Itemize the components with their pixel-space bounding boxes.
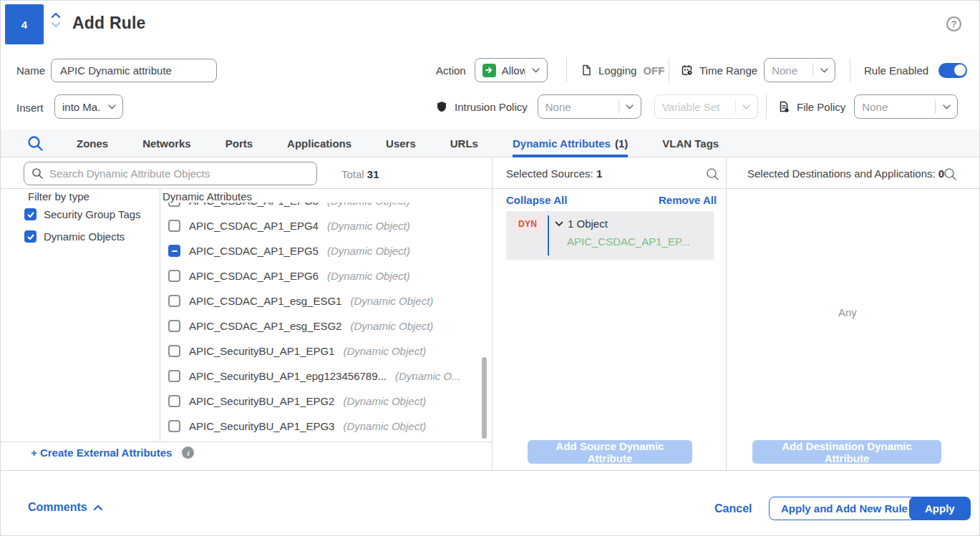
add-source-dynamic-attribute-button[interactable]: Add Source Dynamic Attribute (528, 440, 692, 464)
intrusion-policy-value: None (538, 101, 618, 113)
chevron-down-icon[interactable] (51, 21, 61, 28)
action-value: Allow (502, 64, 525, 77)
list-scrollbar[interactable] (482, 203, 487, 439)
logging-state: OFF (643, 64, 664, 77)
object-group-label: 1 Object (568, 218, 608, 230)
insert-value: into Ma... (55, 101, 101, 113)
checkbox-icon[interactable] (168, 295, 180, 307)
divider (766, 94, 767, 119)
rule-enabled-label: Rule Enabled (864, 64, 928, 77)
checkbox-icon[interactable] (168, 270, 180, 282)
selection-bar (548, 215, 549, 255)
selected-object-name[interactable]: APIC_CSDAC_AP1_EP... (567, 235, 689, 248)
action-dropdown[interactable]: Allow (475, 58, 548, 82)
insert-dropdown[interactable]: into Ma... (54, 94, 123, 119)
attributes-column-title: Dynamic Attributes (162, 190, 252, 203)
tab-applications[interactable]: Applications (287, 130, 351, 157)
help-icon[interactable]: ? (946, 16, 961, 31)
scrollbar-thumb[interactable] (482, 357, 487, 439)
create-external-attributes-link[interactable]: + Create External Attributes (31, 447, 172, 459)
tab-vlan-tags[interactable]: VLAN Tags (662, 130, 719, 157)
rule-enabled-cluster: Rule Enabled (864, 58, 967, 82)
comments-toggle[interactable]: Comments (28, 501, 103, 514)
search-input[interactable] (49, 167, 309, 180)
list-item[interactable]: APIC_CSDAC_AP1_esg_ESG1 (Dynamic Object) (162, 288, 482, 313)
chevron-down-icon[interactable] (555, 221, 563, 227)
intrusion-policy-dropdown[interactable]: None (538, 94, 641, 119)
tab-ports[interactable]: Ports (225, 130, 253, 157)
variable-set-dropdown: Variable Set (654, 94, 758, 119)
file-policy-dropdown[interactable]: None (854, 94, 958, 119)
action-cluster: Action Allow (436, 58, 548, 82)
divider (566, 58, 567, 82)
time-range-icon (681, 64, 693, 76)
chevron-down-icon (813, 68, 835, 73)
list-item[interactable]: APIC_SecurityBU_AP1_epg123456789... (Dyn… (162, 364, 482, 389)
filter-title: Filter by type (28, 190, 89, 203)
chevron-up-icon[interactable] (51, 12, 61, 19)
filter-security-group-tags[interactable]: Security Group Tags (24, 208, 141, 220)
object-group-row[interactable]: 1 Object (555, 218, 608, 230)
logging-cluster[interactable]: Logging OFF (581, 58, 664, 82)
list-item[interactable]: APIC_CSDAC_AP1_EPG6 (Dynamic Object) (162, 263, 482, 288)
checkbox-icon[interactable] (168, 203, 180, 207)
filter-option-label: Dynamic Objects (44, 230, 125, 243)
checkbox-icon[interactable] (168, 345, 180, 357)
list-item[interactable]: APIC_CSDAC_AP1_EPG3 (Dynamic Object) (162, 203, 482, 213)
action-label: Action (436, 64, 466, 77)
chevron-down-icon (736, 104, 757, 109)
list-item[interactable]: APIC_SecurityBU_AP1_EPG3 (Dynamic Object… (162, 414, 482, 439)
checkbox-icon[interactable] (168, 395, 180, 407)
search-icon[interactable] (706, 167, 719, 181)
variable-set-placeholder: Variable Set (655, 101, 735, 113)
checkbox-checked-icon[interactable] (24, 230, 37, 243)
checkbox-icon[interactable] (168, 370, 180, 382)
panel-divider (492, 157, 493, 470)
tab-zones[interactable]: Zones (77, 130, 108, 157)
list-item[interactable]: APIC_CSDAC_AP1_EPG4 (Dynamic Object) (162, 213, 482, 238)
rule-enabled-toggle[interactable] (938, 63, 967, 78)
panel-divider (726, 157, 727, 470)
list-item[interactable]: APIC_SecurityBU_AP1_EPG2 (Dynamic Object… (162, 389, 482, 414)
search-icon[interactable] (943, 167, 957, 181)
filter-dynamic-objects[interactable]: Dynamic Objects (24, 230, 125, 243)
divider (669, 58, 669, 82)
chevron-down-icon (101, 104, 122, 109)
checkbox-icon[interactable] (168, 320, 180, 332)
apply-and-add-new-rule-button[interactable]: Apply and Add New Rule (769, 497, 920, 520)
collapse-all-link[interactable]: Collapse All (506, 194, 567, 206)
footer-divider (1, 470, 980, 471)
cancel-button[interactable]: Cancel (714, 502, 752, 515)
checkbox-checked-icon[interactable] (24, 208, 37, 220)
time-range-cluster: Time Range None (681, 58, 835, 82)
list-item[interactable]: APIC_CSDAC_AP1_esg_ESG2 (Dynamic Object) (162, 313, 482, 338)
tab-users[interactable]: Users (386, 130, 416, 157)
selected-destinations-header: Selected Destinations and Applications: … (747, 167, 944, 180)
file-policy-label: File Policy (797, 101, 845, 113)
list-item[interactable]: APIC_CSDAC_AP1_EPG5 (Dynamic Object) (162, 238, 482, 263)
allow-action-icon (482, 64, 496, 77)
tab-dynamic-attributes[interactable]: Dynamic Attributes(1) (513, 130, 628, 157)
selected-sources-header: Selected Sources: 1 (506, 167, 602, 180)
tab-networks[interactable]: Networks (142, 130, 191, 157)
info-icon[interactable]: i (182, 447, 194, 459)
create-external-row: + Create External Attributes i (31, 447, 194, 459)
checkbox-icon[interactable] (168, 220, 180, 232)
name-input[interactable]: APIC Dynamic attribute (51, 59, 217, 82)
list-item[interactable]: APIC_SecurityBU_AP1_EPG1 (Dynamic Object… (162, 338, 482, 364)
logging-icon (581, 64, 592, 76)
time-range-label: Time Range (699, 64, 757, 77)
tab-urls[interactable]: URLs (450, 130, 478, 157)
checkbox-selected-icon[interactable] (168, 245, 180, 257)
name-label: Name (16, 64, 45, 77)
left-footer-divider (1, 442, 492, 442)
chevron-down-icon (525, 68, 547, 73)
file-policy-cluster: File Policy None (778, 94, 958, 119)
search-icon[interactable] (26, 135, 44, 152)
time-range-dropdown[interactable]: None (764, 58, 835, 82)
insert-label: Insert (16, 102, 44, 114)
checkbox-icon[interactable] (168, 420, 180, 432)
add-destination-dynamic-attribute-button[interactable]: Add Destination Dynamic Attribute (752, 440, 941, 464)
apply-button[interactable]: Apply (909, 497, 971, 520)
remove-all-link[interactable]: Remove All (659, 194, 717, 206)
